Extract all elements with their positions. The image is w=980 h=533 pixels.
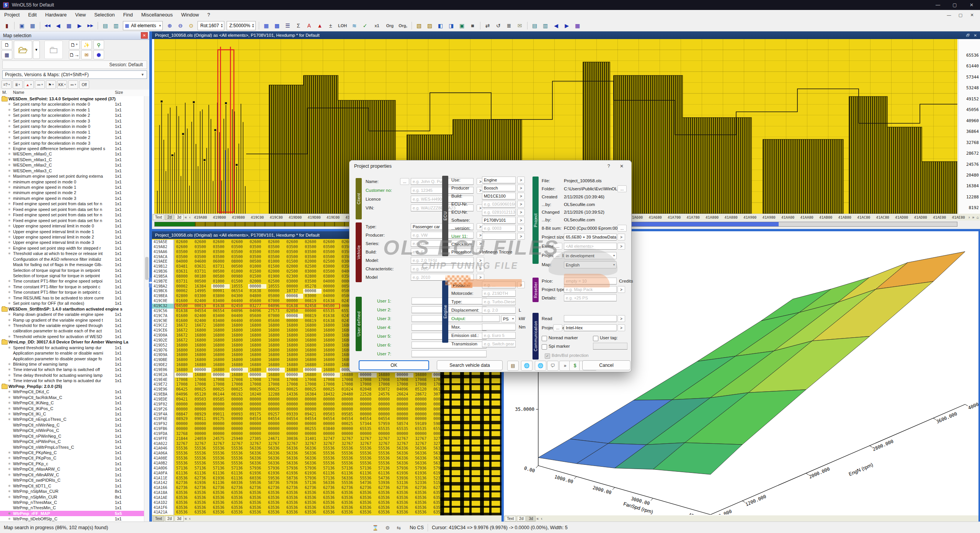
tree-item[interactable]: ∗WtrPmpCtl_PKp_c1x1 — [0, 461, 149, 466]
hex-cell[interactable]: 17008 — [211, 378, 230, 383]
hex-cell[interactable]: 02600 — [285, 240, 303, 245]
hex-cell[interactable]: 63536 — [340, 505, 358, 510]
field-more-arrow[interactable]: > — [517, 177, 525, 183]
hex-cell[interactable]: 05600 — [248, 299, 266, 304]
hex-cell[interactable]: 12288 — [266, 392, 285, 397]
tree-item[interactable]: ∗minimum engine speed in mode 31x1 — [0, 196, 149, 201]
hex-cell[interactable]: 00000 — [230, 432, 248, 437]
tree-item[interactable]: WtrPmpCtl_nIWinNeg_C1x1 — [0, 422, 149, 428]
hex-cell[interactable]: 56336 — [303, 456, 322, 461]
hex-cell[interactable]: 00819 — [303, 299, 322, 304]
grid-icon[interactable]: ▦ — [261, 21, 271, 31]
hex-cell[interactable]: 16672 — [175, 328, 193, 333]
hex-cell[interactable]: 16800 — [285, 333, 303, 338]
hex-cell[interactable]: 06425 — [175, 387, 193, 392]
layout1-icon[interactable]: ▤ — [530, 21, 540, 31]
hex-cell[interactable]: 03400 — [211, 299, 230, 304]
zoom-out-icon[interactable]: ⊖ — [175, 21, 185, 31]
hex-cell[interactable]: 01638 — [248, 289, 266, 294]
hex-cell[interactable]: 00000 — [358, 412, 377, 417]
scroll-far-right-icon[interactable]: » — [971, 215, 975, 219]
field-select[interactable]: in development▾ — [564, 252, 617, 259]
more-button[interactable]: ... — [553, 243, 562, 250]
hex-cell[interactable]: 00000 — [266, 368, 285, 373]
hex-cell[interactable]: 06000 — [211, 259, 230, 264]
hex-cell[interactable]: 02600 — [303, 240, 322, 245]
hex-cell[interactable]: 63536 — [175, 476, 193, 481]
hex-cell[interactable]: 00000 — [358, 407, 377, 412]
hex-cell[interactable]: 00025 — [303, 387, 322, 392]
hex-cell[interactable]: 63536 — [211, 490, 230, 495]
tree-item[interactable]: ∗WESDem_nMax3_C1x1 — [0, 168, 149, 173]
tree-item[interactable]: ∗WtrPmp_tiDebOffSlp_C1x1 — [0, 516, 149, 522]
hex-cell[interactable]: 02000 — [266, 269, 285, 274]
hex-cell[interactable]: 63536 — [340, 495, 358, 500]
hex-cell[interactable]: 03500 — [193, 250, 211, 255]
hex-cell[interactable]: 63536 — [322, 490, 340, 495]
hex-cell[interactable]: 17008 — [193, 378, 211, 383]
tree-item[interactable]: ∗Blinking time of warning lamp1x1 — [0, 361, 149, 367]
hex-cell[interactable]: 04554 — [193, 309, 211, 314]
hex-cell[interactable]: 00000 — [395, 402, 413, 407]
hex-cell[interactable]: 63536 — [211, 505, 230, 510]
hex-cell[interactable]: 16800 — [266, 328, 285, 333]
scroll-right-icon[interactable]: › — [967, 215, 971, 219]
hex-cell[interactable]: 09421 — [303, 412, 322, 417]
hex-cell[interactable]: 02500 — [266, 279, 285, 284]
prev-map-icon[interactable]: ◀ — [53, 21, 63, 31]
hex-cell[interactable]: 61936 — [413, 471, 432, 476]
search-vehicle-data-button[interactable]: Search vehicle data — [437, 360, 503, 370]
hex-cell[interactable]: 16800 — [266, 343, 285, 348]
hex-cell[interactable]: 61136 — [358, 471, 377, 476]
hex-cell[interactable]: 00500 — [211, 269, 230, 274]
hex-cell[interactable]: 00000 — [413, 412, 432, 417]
hex-cell[interactable]: 61936 — [395, 471, 413, 476]
toolbar-label-org[interactable]: Org, — [397, 21, 409, 31]
tree-item[interactable]: ∗Time constant PT1-filter for torque in … — [0, 284, 149, 289]
hex-cell[interactable]: 03731 — [211, 264, 230, 269]
scroll-left-icon[interactable]: ‹ — [540, 517, 543, 521]
all-elements-combo[interactable]: ▦All elements▾ — [123, 21, 163, 30]
hex-cell[interactable]: 00000 — [322, 284, 340, 289]
hex-cell[interactable]: 56336 — [285, 446, 303, 451]
hex-cell[interactable]: 16672 — [175, 333, 193, 338]
hex-cell[interactable]: 02600 — [230, 240, 248, 245]
hex-cell[interactable]: 04300 — [230, 294, 248, 299]
hex-cell[interactable]: 16880 — [248, 368, 266, 373]
hex-cell[interactable]: 16880 — [377, 373, 395, 378]
hex-cell[interactable]: 03500 — [303, 250, 322, 255]
hex-cell[interactable]: 00000 — [358, 373, 377, 378]
hex-cell[interactable]: 00000 — [413, 417, 432, 422]
hex-cell[interactable]: 17008 — [303, 378, 322, 383]
hex-cell[interactable]: 01000 — [248, 264, 266, 269]
field-more-arrow[interactable]: > — [477, 240, 484, 247]
hex-cell[interactable]: 03500 — [193, 245, 211, 250]
hex-cell[interactable]: 63536 — [211, 495, 230, 500]
field-more-arrow[interactable]: > — [517, 201, 525, 208]
hex-cell[interactable]: 63536 — [285, 500, 303, 505]
hex-cell[interactable]: 00500 — [230, 264, 248, 269]
filter-button-0[interactable]: =?▾ — [2, 80, 11, 89]
mail-icon[interactable]: ✉ — [81, 50, 92, 59]
hex-cell[interactable]: 00000 — [285, 422, 303, 427]
hex-cell[interactable]: 32767 — [248, 441, 266, 446]
hex-cell[interactable]: 00000 — [395, 412, 413, 417]
hex-cell[interactable]: 56336 — [248, 461, 266, 466]
hex-cell[interactable]: 24575 — [211, 437, 230, 441]
field-input[interactable] — [412, 324, 487, 331]
hex-cell[interactable]: 16800 — [230, 338, 248, 343]
help-button[interactable]: ? — [602, 163, 615, 169]
hex-cell[interactable]: 03277 — [248, 304, 266, 309]
hex-cell[interactable]: 01638 — [322, 299, 340, 304]
hex-cell[interactable]: 65535 — [395, 427, 413, 432]
hex-cell[interactable]: 01500 — [248, 274, 266, 279]
tree-item[interactable]: Configuration of the ASD reference filte… — [0, 257, 149, 262]
hex-cell[interactable]: 03631 — [175, 269, 193, 274]
hex-cell[interactable]: 00000 — [303, 402, 322, 407]
hex-cell[interactable]: 03500 — [230, 250, 248, 255]
hex-cell[interactable]: 63536 — [395, 495, 413, 500]
hex-cell[interactable]: 04500 — [175, 304, 193, 309]
hex-cell[interactable]: 63536 — [413, 500, 432, 505]
hex-cell[interactable]: 05600 — [248, 314, 266, 319]
tree-folder[interactable]: WESDem_SetPoint: 13.4.0 Setpoint engine … — [0, 96, 149, 101]
